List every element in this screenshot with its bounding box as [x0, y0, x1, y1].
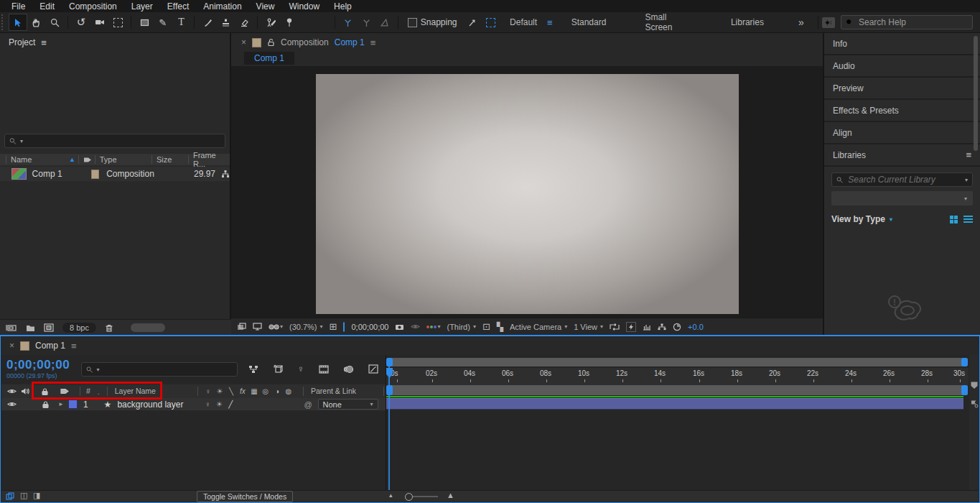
shy-switch-icon[interactable]: ♀ [202, 387, 214, 395]
libraries-search-field[interactable]: ▾ [831, 172, 973, 187]
hand-tool-icon[interactable] [27, 14, 46, 31]
timeline-search-field[interactable]: ▾ [81, 362, 238, 377]
brush-tool-icon[interactable] [198, 14, 217, 31]
menu-view[interactable]: View [249, 1, 282, 11]
view-axis-mode-icon[interactable] [375, 14, 394, 31]
timeline-zoom-knob[interactable] [405, 493, 413, 501]
dot-column-header[interactable]: . [98, 387, 100, 396]
time-navigator-bar[interactable] [386, 358, 968, 366]
project-search-field[interactable]: ▾ [4, 134, 225, 148]
label-column-icon[interactable] [60, 387, 70, 395]
puppet-pin-tool-icon[interactable] [280, 14, 299, 31]
layer-visibility-eye-icon[interactable] [7, 401, 17, 407]
timeline-close-icon[interactable]: × [9, 341, 14, 351]
sync-settings-icon[interactable] [822, 17, 835, 28]
magnification-dropdown[interactable]: (30.7%)▾ [289, 323, 323, 331]
project-panel-title[interactable]: Project [9, 37, 35, 47]
expand-transfer-controls-icon[interactable]: ◫ [20, 491, 27, 500]
composition-mini-flowchart-icon[interactable] [248, 365, 258, 374]
network-render-icon[interactable] [221, 170, 230, 178]
column-type[interactable]: Type [95, 155, 151, 164]
expand-layer-switches-icon[interactable] [6, 492, 14, 500]
new-composition-icon[interactable] [44, 323, 54, 332]
project-item-name[interactable]: Comp 1 [32, 169, 78, 179]
share-view-icon[interactable] [610, 323, 620, 331]
timeline-tab-label[interactable]: Comp 1 [35, 341, 65, 351]
layer-row[interactable]: ► 1 ★ background layer ♀ ☀ ╱ @ None▾ [1, 398, 386, 410]
main-monitor-icon[interactable] [253, 323, 262, 331]
collapse-switch-icon[interactable]: ☀ [214, 387, 225, 395]
index-column-header[interactable]: # [80, 387, 90, 396]
timeline-menu-icon[interactable]: ≡ [71, 341, 77, 351]
always-preview-icon[interactable] [237, 323, 246, 331]
toolbar-grip[interactable] [1, 14, 7, 30]
pen-tool-icon[interactable]: ✎ [154, 14, 172, 31]
expand-inout-pane-icon[interactable]: ◨ [33, 491, 40, 500]
timeline-search-input[interactable] [103, 364, 233, 375]
layer-label-swatch[interactable] [68, 400, 78, 409]
close-icon[interactable]: × [241, 37, 246, 47]
libraries-search-dropdown-icon[interactable]: ▾ [965, 177, 968, 183]
view-by-type-dropdown[interactable]: View by Type▾ [831, 214, 892, 224]
workspace-overflow-chevron[interactable]: » [774, 17, 814, 28]
zoom-tool-icon[interactable] [45, 14, 64, 31]
parent-link-column-header[interactable]: Parent & Link [303, 387, 356, 396]
workspace-libraries[interactable]: Libraries [702, 17, 774, 27]
clone-stamp-tool-icon[interactable] [217, 14, 235, 31]
column-label-color[interactable] [78, 155, 95, 164]
active-camera-dropdown[interactable]: Active Camera▾ [510, 323, 567, 331]
work-area-bar[interactable] [386, 385, 968, 395]
zoom-out-mountain-icon[interactable]: ▴ [389, 492, 393, 499]
layer-shy-toggle[interactable]: ♀ [202, 400, 213, 408]
selection-tool-icon[interactable] [9, 14, 27, 31]
project-item-label-swatch[interactable] [91, 170, 99, 179]
time-ruler[interactable]: 0s 02s 04s 06s 08s 10s 12s 14s 16s 18s 2… [386, 368, 969, 385]
layer-name-column-header[interactable]: Layer Name [107, 387, 156, 396]
frame-blend-switch-icon[interactable]: ▦ [248, 387, 260, 395]
new-folder-icon[interactable] [26, 324, 35, 332]
draft-3d-icon[interactable] [273, 364, 283, 374]
graph-editor-icon[interactable] [368, 364, 378, 374]
show-snapshot-icon[interactable] [411, 323, 420, 330]
composition-panel-title[interactable]: Composition [281, 37, 329, 47]
project-search-input[interactable] [27, 135, 220, 147]
rotate-tool-icon[interactable]: ↺ [72, 14, 90, 31]
snapshot-camera-icon[interactable] [395, 323, 404, 331]
panel-audio[interactable]: Audio [824, 55, 980, 78]
flowchart-button-icon[interactable] [658, 323, 666, 331]
parent-pickwhip-icon[interactable]: @ [304, 400, 312, 409]
snapping-checkbox[interactable] [408, 18, 417, 27]
menu-file[interactable]: File [4, 1, 32, 11]
layer-name[interactable]: background layer [117, 400, 202, 410]
region-box-icon[interactable]: ⊡ [482, 321, 490, 332]
layer-lock-icon[interactable] [42, 400, 50, 409]
layer-quality-toggle[interactable]: ╱ [225, 400, 236, 408]
bit-depth-button[interactable]: 8 bpc [62, 323, 96, 333]
navigator-end-handle[interactable] [961, 358, 968, 366]
menu-animation[interactable]: Animation [196, 1, 248, 11]
transparency-grid-icon[interactable]: ▚ [497, 322, 503, 332]
grid-view-icon[interactable] [950, 216, 958, 223]
grid-guides-icon[interactable]: ⊞ [330, 321, 337, 332]
adjustment-layer-switch-icon[interactable]: ◑ [271, 387, 283, 395]
view-layout-dropdown[interactable]: 1 View▾ [574, 323, 603, 331]
show-channels-icon[interactable]: ▾ [426, 323, 440, 330]
snapping-toggle[interactable]: Snapping [408, 17, 457, 27]
panel-libraries[interactable]: Libraries ≡ [824, 144, 980, 167]
playhead-line[interactable] [388, 366, 390, 493]
interpret-footage-icon[interactable] [6, 323, 17, 332]
column-frame-rate[interactable]: Frame R... [188, 155, 230, 164]
shape-tool-icon[interactable] [135, 14, 154, 31]
panel-align[interactable]: Align [824, 122, 980, 144]
video-column-eye-icon[interactable] [7, 388, 17, 394]
frame-blending-icon[interactable] [319, 365, 329, 374]
type-tool-icon[interactable]: T [172, 14, 191, 31]
zoom-in-mountain-icon[interactable]: ▲ [447, 491, 454, 499]
help-search-field[interactable] [841, 15, 973, 29]
menu-effect[interactable]: Effect [160, 1, 196, 11]
libraries-menu-icon[interactable]: ≡ [966, 149, 971, 160]
search-dropdown-arrow-icon[interactable]: ▾ [20, 138, 23, 144]
comp-marker-bin-icon[interactable] [970, 381, 979, 389]
menu-composition[interactable]: Composition [62, 1, 124, 11]
pan-behind-tool-icon[interactable] [108, 14, 127, 31]
